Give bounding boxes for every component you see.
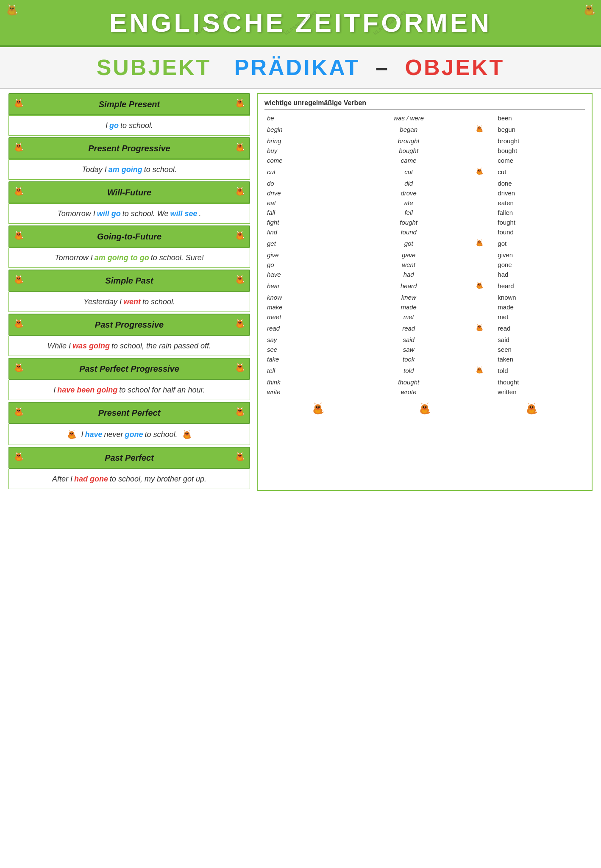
verb-past: told: [354, 364, 463, 377]
verb-pp: fought: [495, 217, 585, 227]
verb-row: getgotgot: [264, 237, 585, 250]
subtitle-bar: SUBJEKT PRÄDIKAT – OBJEKT: [0, 47, 601, 89]
tense-going-to-future: Going-to-Future Tomorrow I am going to g…: [8, 225, 250, 268]
tense-header-going-to-future: Going-to-Future: [8, 225, 250, 248]
footer-fox-left: [310, 401, 326, 416]
tense-example-simple-past: Yesterday I went to school.: [8, 292, 250, 312]
tense-title-going-to-future: Going-to-Future: [97, 232, 161, 242]
tense-title-present-progressive: Present Progressive: [88, 144, 170, 153]
verb-pp: fallen: [495, 208, 585, 217]
verb-past: knew: [354, 292, 463, 302]
tense-will-future: Will-Future Tomorrow I will go to school…: [8, 181, 250, 224]
verb-pp: had: [495, 270, 585, 279]
verb-base: fight: [264, 217, 354, 227]
verb-base: go: [264, 260, 354, 270]
verb-fox-cell: [463, 198, 495, 208]
verb-past: saw: [354, 345, 463, 354]
verb-past: ate: [354, 198, 463, 208]
verb-past: got: [354, 237, 463, 250]
fox-icon-left: [13, 317, 25, 332]
verb-past: went: [354, 260, 463, 270]
tense-header-past-progressive: Past Progressive: [8, 314, 250, 336]
verb-past: drove: [354, 188, 463, 198]
verb-past: had: [354, 270, 463, 279]
verb-row: dodiddone: [264, 178, 585, 188]
verb-pp: read: [495, 322, 585, 335]
verb-pp: been: [495, 113, 585, 123]
fox-icon-right: [234, 97, 246, 112]
verb-row: bringbroughtbrought: [264, 136, 585, 146]
verb-base: fall: [264, 208, 354, 217]
tense-title-past-perfect: Past Perfect: [105, 453, 154, 463]
verb-pp: written: [495, 387, 585, 397]
verb-past: found: [354, 227, 463, 237]
tense-example-will-future: Tomorrow I will go to school. We will se…: [8, 203, 250, 224]
tense-header-will-future: Will-Future: [8, 181, 250, 203]
verb-base: meet: [264, 312, 354, 322]
verb-row: taketooktaken: [264, 354, 585, 364]
fox-icon-right: [234, 317, 246, 332]
verb-row: fallfellfallen: [264, 208, 585, 217]
tense-title-simple-past: Simple Past: [105, 276, 153, 286]
verb-base: give: [264, 250, 354, 260]
verb-fox-cell: [463, 165, 495, 178]
fox-icon-right: [234, 229, 246, 244]
tenses-column: Simple Present I go to school. Present P…: [8, 93, 250, 491]
verb-row: drivedrovedriven: [264, 188, 585, 198]
verb-base: have: [264, 270, 354, 279]
verb-base: bring: [264, 136, 354, 146]
verb-past: was / were: [354, 113, 463, 123]
verb-fox-cell: [463, 364, 495, 377]
verb-base: get: [264, 237, 354, 250]
verb-row: gowentgone: [264, 260, 585, 270]
verb-row: thinkthoughtthought: [264, 377, 585, 387]
tense-past-perfect: Past Perfect After I had gone to school,…: [8, 447, 250, 489]
verb-fox-cell: [463, 188, 495, 198]
subtitle-pradikat: PRÄDIKAT: [234, 55, 360, 80]
verb-pp: heard: [495, 279, 585, 292]
verb-fox-cell: [463, 217, 495, 227]
fox-icon-left: [13, 185, 25, 200]
verb-row: findfoundfound: [264, 227, 585, 237]
verb-row: seesawseen: [264, 345, 585, 354]
verb-past: wrote: [354, 387, 463, 397]
verb-pp: given: [495, 250, 585, 260]
verb-fox-cell: [463, 335, 495, 345]
verb-fox-cell: [463, 178, 495, 188]
verb-base: hear: [264, 279, 354, 292]
verb-pp: bought: [495, 146, 585, 156]
tense-header-present-perfect: Present Perfect: [8, 402, 250, 424]
footer-fox-center: [417, 401, 432, 416]
verb-pp: begun: [495, 123, 585, 136]
verb-past: cut: [354, 165, 463, 178]
verb-row: eatateeaten: [264, 198, 585, 208]
verb-fox-cell: [463, 354, 495, 364]
fox-icon-right: [234, 185, 246, 200]
verb-past: said: [354, 335, 463, 345]
verb-fox-cell: [463, 136, 495, 146]
fox-icon-left: [13, 362, 25, 376]
tense-simple-present: Simple Present I go to school.: [8, 93, 250, 136]
verb-row: buyboughtbought: [264, 146, 585, 156]
verb-past: read: [354, 322, 463, 335]
verb-table: bewas / werebeenbeginbeganbegunbringbrou…: [264, 113, 585, 397]
verb-base: eat: [264, 198, 354, 208]
verb-fox-cell: [463, 123, 495, 136]
verb-fox-cell: [463, 237, 495, 250]
tense-present-perfect: Present Perfect I have never gone to sch…: [8, 402, 250, 445]
verb-fox-cell: [463, 292, 495, 302]
verb-row: cutcutcut: [264, 165, 585, 178]
verb-pp: eaten: [495, 198, 585, 208]
verb-pp: known: [495, 292, 585, 302]
tense-past-progressive: Past Progressive While I was going to sc…: [8, 314, 250, 356]
verb-fox-cell: [463, 302, 495, 312]
tense-example-past-perfect: After I had gone to school, my brother g…: [8, 469, 250, 489]
verb-fox-cell: [463, 279, 495, 292]
fox-icon-left: [13, 273, 25, 288]
verb-base: drive: [264, 188, 354, 198]
verb-row: saysaidsaid: [264, 335, 585, 345]
verb-fox-cell: [463, 113, 495, 123]
verb-base: think: [264, 377, 354, 387]
verb-past: heard: [354, 279, 463, 292]
verb-base: do: [264, 178, 354, 188]
